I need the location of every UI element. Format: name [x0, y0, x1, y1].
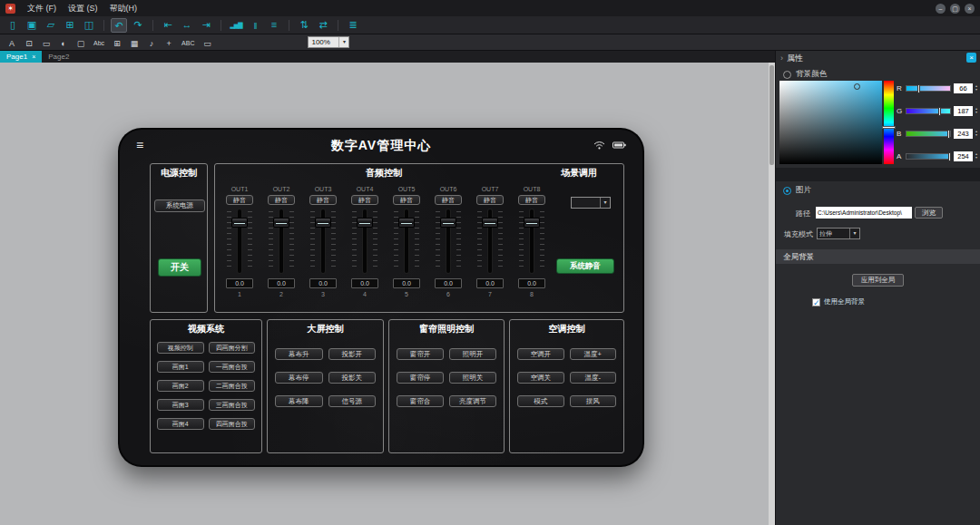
combine3-button[interactable]: 三画面合投: [209, 399, 256, 411]
tab-page2[interactable]: Page2: [42, 51, 75, 63]
green-value[interactable]: 187: [954, 106, 973, 116]
volume-fader[interactable]: [432, 207, 465, 276]
rect-tool-icon[interactable]: ▭: [200, 36, 214, 49]
minimize-button[interactable]: –: [936, 4, 946, 14]
menu-help[interactable]: 帮助(H): [110, 3, 138, 15]
signal-source-button[interactable]: 信号源: [328, 395, 377, 407]
mute-button[interactable]: 静音: [351, 195, 378, 205]
mute-button[interactable]: 静音: [309, 195, 337, 205]
slider-thumb[interactable]: [948, 152, 951, 161]
canvas-scrollbar[interactable]: [769, 63, 775, 525]
browse-button[interactable]: 浏览: [915, 207, 943, 219]
design-canvas[interactable]: ≡ 数字AV管理中心 电源控制 系统电源 开关 音频控制: [0, 63, 775, 525]
curtain-close-button[interactable]: 窗帘合: [397, 395, 444, 407]
screen3-button[interactable]: 画面3: [157, 399, 204, 411]
distribute-vertical-icon[interactable]: ⇅: [296, 18, 312, 33]
hue-marker[interactable]: [882, 126, 896, 129]
open-folder-icon[interactable]: ▱: [43, 18, 59, 33]
abc-tool-icon[interactable]: ABC: [179, 36, 197, 49]
volume-fader[interactable]: [474, 207, 506, 276]
screen4-button[interactable]: 画面4: [157, 418, 204, 430]
alpha-slider[interactable]: [906, 153, 951, 160]
blue-slider[interactable]: [906, 131, 951, 137]
align-center-horizontal-icon[interactable]: ↔: [179, 18, 195, 33]
image-radio[interactable]: [783, 187, 791, 195]
volume-fader[interactable]: [348, 207, 381, 276]
toggle-tool-icon[interactable]: ◐: [56, 36, 71, 49]
text-tool-icon[interactable]: A: [5, 36, 19, 49]
green-slider[interactable]: [906, 108, 951, 114]
slider-thumb[interactable]: [947, 130, 950, 139]
av-panel-mockup[interactable]: ≡ 数字AV管理中心 电源控制 系统电源 开关 音频控制: [118, 128, 644, 467]
fader-knob[interactable]: [231, 218, 248, 228]
spinner-icon[interactable]: ▴▾: [975, 84, 977, 92]
fader-knob[interactable]: [440, 218, 456, 228]
volume-fader[interactable]: [223, 207, 256, 276]
spinner-icon[interactable]: ▴▾: [975, 152, 977, 160]
hue-bar[interactable]: [884, 81, 894, 164]
scene-dropdown[interactable]: ▾: [571, 197, 611, 209]
menu-settings[interactable]: 设置 (S): [68, 3, 98, 15]
screen2-button[interactable]: 画面2: [157, 380, 204, 392]
distribute-horizontal-icon[interactable]: ⇄: [315, 18, 331, 33]
red-slider[interactable]: [906, 85, 951, 92]
light-on-button[interactable]: 照明开: [449, 348, 496, 360]
switch-tool-icon[interactable]: ▭: [39, 36, 54, 49]
red-value[interactable]: 66: [954, 83, 973, 93]
volume-fader[interactable]: [265, 207, 298, 276]
spinner-icon[interactable]: ▴▾: [975, 107, 977, 114]
scrollbar-thumb[interactable]: [769, 65, 774, 165]
system-power-button[interactable]: 系统电源: [154, 199, 205, 212]
new-file-icon[interactable]: ▯: [5, 18, 21, 33]
mode-button[interactable]: 模式: [517, 395, 564, 407]
tab-page1[interactable]: Page1 ×: [0, 51, 42, 63]
curtain-up-button[interactable]: 幕布升: [275, 348, 323, 360]
menu-file[interactable]: 文件 (F): [27, 3, 56, 15]
save-all-icon[interactable]: ⊞: [62, 18, 78, 33]
zoom-dropdown[interactable]: 100% ▾: [308, 36, 349, 48]
close-button[interactable]: ×: [965, 4, 975, 14]
quad-split-button[interactable]: 四画面分割: [209, 342, 256, 354]
system-mute-button[interactable]: 系统静音: [556, 258, 614, 274]
brightness-button[interactable]: 亮度调节: [449, 395, 496, 407]
button-tool-icon[interactable]: ⊡: [22, 36, 36, 49]
color-picker-marker[interactable]: [854, 83, 860, 90]
use-global-checkbox[interactable]: ✓: [812, 298, 820, 306]
alpha-value[interactable]: 254: [954, 151, 973, 161]
combine1-button[interactable]: 一画面合投: [209, 361, 256, 373]
mic-tool-icon[interactable]: ♪: [144, 36, 159, 49]
curtain-open-button[interactable]: 窗帘开: [397, 348, 444, 360]
combine4-button[interactable]: 四画面合投: [209, 418, 256, 430]
ac-on-button[interactable]: 空调开: [517, 348, 564, 360]
mute-button[interactable]: 静音: [435, 195, 462, 205]
spinner-icon[interactable]: ▴▾: [975, 130, 977, 137]
bar-chart-icon[interactable]: ▂▅▇: [228, 18, 244, 33]
volume-fader[interactable]: [307, 207, 339, 276]
projector-on-button[interactable]: 投影开: [328, 348, 377, 360]
fader-knob[interactable]: [315, 218, 331, 228]
curtain-stop-button[interactable]: 幕布停: [275, 372, 323, 384]
save-icon[interactable]: ▣: [24, 18, 40, 33]
mute-button[interactable]: 静音: [476, 195, 504, 205]
blue-value[interactable]: 243: [954, 129, 973, 139]
fill-mode-dropdown[interactable]: 拉伸 ▾: [817, 228, 860, 239]
chevron-down-icon[interactable]: ▾: [600, 198, 610, 208]
light-off-button[interactable]: 照明关: [449, 372, 496, 384]
fader-knob[interactable]: [357, 218, 373, 228]
ac-off-button[interactable]: 空调关: [517, 372, 564, 384]
maximize-button[interactable]: ▢: [950, 4, 960, 14]
mute-button[interactable]: 静音: [226, 195, 253, 205]
numpad-tool-icon[interactable]: ⊞: [110, 36, 124, 49]
fader-knob[interactable]: [524, 218, 540, 228]
crosshair-tool-icon[interactable]: +: [162, 36, 176, 49]
fader-knob[interactable]: [398, 218, 415, 228]
screen1-button[interactable]: 画面1: [157, 361, 204, 373]
combine2-button[interactable]: 二画面合投: [209, 380, 256, 392]
redo-icon[interactable]: ↷: [130, 18, 146, 33]
align-right-icon[interactable]: ⇥: [198, 18, 214, 33]
temp-down-button[interactable]: 温度-: [570, 372, 617, 384]
preview-icon[interactable]: ◫: [81, 18, 97, 33]
curtain-down-button[interactable]: 幕布降: [275, 395, 323, 407]
mute-button[interactable]: 静音: [268, 195, 295, 205]
power-switch-button[interactable]: 开关: [158, 258, 201, 277]
